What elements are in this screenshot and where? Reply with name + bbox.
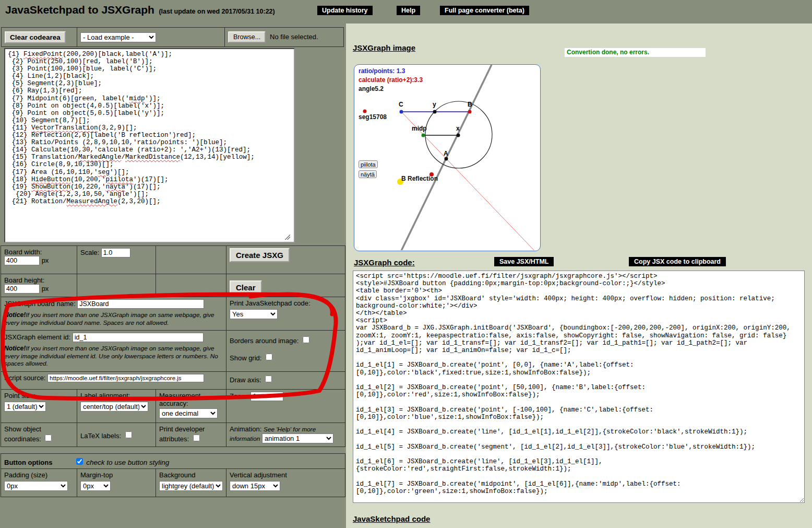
no-file-text: No file selected. — [270, 33, 318, 41]
print-jsp-label: Print JavaSketchpad code: — [230, 299, 311, 307]
board-name-label: JSXGraph board name: — [4, 300, 76, 308]
button-options-title: Button options — [4, 459, 72, 466]
load-example-cell: - Load example - — [77, 28, 225, 47]
margin-top-label: Margin-top — [80, 471, 113, 479]
javasketchpad-code-heading: JavaSketchpad code — [353, 514, 430, 523]
help-button[interactable]: Help — [397, 6, 420, 15]
script-source-label: Script source: — [4, 374, 45, 382]
svg-text:y: y — [433, 101, 436, 108]
label-alignment-cell: Label alignment: center/top (default) — [77, 390, 156, 423]
zoom-input[interactable] — [250, 392, 283, 401]
button-options-table: Button options check to use button styli… — [1, 453, 345, 497]
element-id-notice: Notice!If you insert more than one JSXGr… — [4, 345, 223, 368]
image-options-cell: Borders around image: Show grid: — [226, 331, 345, 372]
print-jsp-select[interactable]: Yes — [230, 309, 278, 319]
draw-axis-checkbox[interactable] — [265, 376, 272, 382]
svg-text:seg15708: seg15708 — [359, 113, 387, 121]
board-name-cell: JSXGraph board name: Notice!If you inser… — [1, 297, 226, 331]
background-cell: Background lightgrey (default) — [156, 469, 226, 497]
label-alignment-select[interactable]: center/top (default) — [80, 402, 148, 412]
board-name-input[interactable] — [77, 299, 204, 309]
show-grid-label: Show grid: — [230, 354, 261, 362]
element-id-cell: JSXGraph element id: Notice!If you inser… — [1, 331, 226, 372]
padding-label: Padding (size) — [4, 471, 47, 479]
board-height-input[interactable] — [4, 284, 40, 294]
script-source-input[interactable] — [47, 374, 204, 382]
board-width-input[interactable] — [4, 256, 40, 265]
label-alignment-label: Label alignment: — [80, 392, 130, 400]
vertical-adjustment-cell: Vertical adjustment down 15px — [226, 469, 345, 497]
board-width-cell: Board width: px — [1, 246, 77, 274]
px-unit: px — [42, 256, 49, 264]
px-unit: px — [42, 285, 49, 292]
svg-text:B: B — [468, 101, 472, 108]
load-example-select[interactable]: - Load example - — [80, 32, 156, 42]
element-id-input[interactable] — [73, 333, 204, 342]
show-grid-checkbox[interactable] — [266, 354, 272, 360]
copy-jsx-code-button[interactable]: Copy JSX code to clipboard — [629, 257, 726, 266]
vertical-adjustment-select[interactable]: down 15px — [230, 481, 280, 491]
javasketchpad-codearea[interactable]: {1} FixedPoint(200,200)[black,label('A')… — [4, 48, 295, 243]
print-dev-checkbox[interactable] — [193, 435, 200, 441]
svg-text:midp: midp — [412, 125, 427, 132]
borders-checkbox[interactable] — [303, 336, 309, 343]
button-styling-label: check to use button styling — [86, 459, 169, 466]
svg-text:angle5.2: angle5.2 — [359, 85, 384, 92]
jsxgraph-code-heading: JSXGraph code: — [354, 258, 415, 267]
scale-input[interactable] — [101, 248, 130, 257]
clear-codearea-button[interactable]: Clear codearea — [5, 31, 66, 43]
clear-button[interactable]: Clear — [230, 280, 262, 295]
options-table: Board width: px Scale: Create JSXG Board… — [1, 245, 345, 447]
point-size-select[interactable]: 1 (default) — [4, 402, 46, 412]
toolbar-table: Clear codearea - Load example - Browse..… — [1, 27, 344, 47]
button-styling-checkbox[interactable] — [76, 458, 83, 465]
board-width-label: Board width: — [4, 248, 42, 256]
point-size-label: Point size: — [4, 392, 35, 400]
margin-top-cell: Margin-top 0px — [77, 469, 156, 497]
empty-cell — [156, 246, 226, 274]
scale-label: Scale: — [80, 249, 99, 256]
board-height-label: Board height: — [4, 276, 44, 284]
update-history-button[interactable]: Update history — [317, 6, 373, 15]
draw-axis-label: Draw axis: — [230, 376, 261, 384]
jsxgraph-board[interactable]: CyBmidpxAratio/points: 1.3calculate (rat… — [354, 64, 541, 251]
page-title: JavaSketchpad to JSXGraph — [5, 4, 154, 16]
zoom-cell: Zoom: — [226, 390, 345, 423]
script-source-cell: Script source: — [1, 372, 226, 390]
nayta-show-button[interactable]: näytä — [359, 170, 377, 178]
print-jsp-cell: Print JavaSketchpad code: Yes — [226, 297, 345, 331]
background-select[interactable]: lightgrey (default) — [159, 481, 223, 491]
svg-text:C: C — [399, 101, 403, 108]
svg-text:ratio/points: 1.3: ratio/points: 1.3 — [359, 67, 405, 75]
clear-cell: Clear — [226, 274, 345, 297]
borders-label: Borders around image: — [230, 337, 298, 345]
show-coordinates-checkbox[interactable] — [45, 435, 52, 441]
piilota-hide-button[interactable]: piilota — [359, 160, 378, 168]
full-page-converter-button[interactable]: Full page converter (beta) — [440, 6, 529, 15]
latex-cell: LaTeX labels: — [77, 423, 156, 447]
background-label: Background — [159, 471, 195, 479]
jsxgraph-code-textarea[interactable] — [353, 271, 805, 503]
svg-text:B Reflection: B Reflection — [401, 175, 438, 182]
create-jsxg-button[interactable]: Create JSXG — [230, 248, 290, 262]
measurement-select[interactable]: one decimal — [159, 408, 218, 418]
show-coordinates-label: Show objectcoordinates: — [4, 425, 41, 443]
latex-checkbox[interactable] — [125, 431, 132, 438]
save-jsx-html-button[interactable]: Save JSX/HTML — [494, 257, 554, 266]
animation-select[interactable]: animation 1 — [262, 433, 333, 443]
show-coordinates-cell: Show objectcoordinates: — [1, 423, 77, 447]
animation-cell: Animation: See 'Help' for more informati… — [226, 423, 345, 447]
draw-axis-cell: Draw axis: — [226, 372, 345, 390]
padding-select[interactable]: 0px — [4, 481, 68, 491]
button-options-header-cell: Button options check to use button styli… — [1, 454, 345, 469]
latex-label: LaTeX labels: — [80, 432, 121, 440]
create-jsxg-cell: Create JSXG — [226, 246, 345, 274]
conversion-status: Convertion done, no errors. — [565, 48, 706, 57]
margin-top-select[interactable]: 0px — [80, 481, 111, 491]
browse-button[interactable]: Browse... — [228, 31, 266, 43]
board-height-cell: Board height: px — [1, 274, 77, 297]
measurement-cell: Measurement accuracy: one decimal — [156, 390, 226, 423]
right-panel: JSXGraph image Convertion done, no error… — [346, 24, 812, 528]
element-id-label: JSXGraph element id: — [4, 333, 70, 341]
resize-grip-icon[interactable] — [285, 234, 290, 240]
